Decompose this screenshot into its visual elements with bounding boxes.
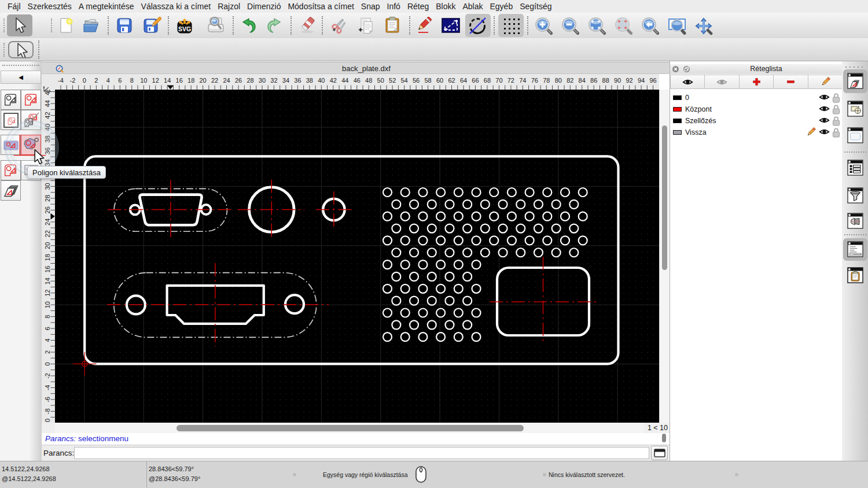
svg-text:30: 30 bbox=[259, 77, 266, 84]
svg-text:24: 24 bbox=[44, 219, 51, 225]
svg-text:-8: -8 bbox=[44, 408, 51, 414]
svg-text:94: 94 bbox=[638, 77, 645, 84]
svg-text:32: 32 bbox=[270, 77, 277, 84]
svg-text:0: 0 bbox=[44, 362, 51, 365]
svg-text:20: 20 bbox=[44, 242, 51, 249]
svg-text:88: 88 bbox=[602, 77, 609, 84]
svg-text:2: 2 bbox=[44, 350, 51, 354]
svg-text:28: 28 bbox=[44, 195, 51, 202]
svg-text:8: 8 bbox=[44, 315, 51, 319]
svg-text:74: 74 bbox=[519, 77, 526, 84]
svg-text:64: 64 bbox=[460, 77, 467, 84]
svg-text:42: 42 bbox=[330, 77, 337, 84]
svg-text:40: 40 bbox=[318, 77, 325, 84]
svg-text:84: 84 bbox=[579, 77, 586, 84]
svg-text:-4: -4 bbox=[44, 385, 51, 391]
svg-text:92: 92 bbox=[626, 77, 632, 84]
svg-text:58: 58 bbox=[424, 77, 431, 84]
svg-text:38: 38 bbox=[306, 77, 313, 84]
svg-text:22: 22 bbox=[211, 77, 218, 84]
svg-text:68: 68 bbox=[484, 77, 491, 84]
svg-text:2: 2 bbox=[94, 77, 98, 84]
svg-text:20: 20 bbox=[199, 77, 206, 84]
svg-text:18: 18 bbox=[44, 254, 51, 261]
svg-text:4: 4 bbox=[106, 77, 110, 84]
svg-text:10: 10 bbox=[140, 77, 147, 84]
svg-text:SVG: SVG bbox=[178, 25, 191, 32]
svg-text:-6: -6 bbox=[44, 397, 51, 402]
svg-text:70: 70 bbox=[495, 77, 502, 84]
svg-text:80: 80 bbox=[555, 77, 562, 84]
svg-text:36: 36 bbox=[294, 77, 301, 84]
svg-text:24: 24 bbox=[223, 77, 230, 84]
svg-text:12: 12 bbox=[152, 77, 159, 84]
svg-text:60: 60 bbox=[436, 77, 443, 84]
svg-text:72: 72 bbox=[507, 77, 514, 84]
svg-text:4: 4 bbox=[44, 338, 51, 342]
svg-text:10: 10 bbox=[44, 301, 51, 308]
svg-text:42: 42 bbox=[44, 112, 51, 119]
svg-text:52: 52 bbox=[389, 77, 396, 84]
svg-text:6: 6 bbox=[118, 77, 122, 84]
svg-text:28: 28 bbox=[247, 77, 253, 84]
svg-text:82: 82 bbox=[567, 77, 573, 84]
svg-text:-4: -4 bbox=[58, 77, 64, 84]
svg-text:-2: -2 bbox=[44, 373, 51, 379]
svg-text:14: 14 bbox=[44, 278, 51, 284]
svg-text:56: 56 bbox=[413, 77, 420, 84]
svg-text:22: 22 bbox=[44, 230, 51, 237]
svg-text:26: 26 bbox=[44, 206, 51, 213]
svg-text:8: 8 bbox=[130, 77, 134, 84]
svg-text:14: 14 bbox=[164, 77, 171, 84]
svg-text:30: 30 bbox=[44, 183, 51, 190]
svg-text:C: command: C: command bbox=[850, 253, 861, 256]
svg-text:12: 12 bbox=[44, 290, 51, 297]
svg-text:-2: -2 bbox=[70, 77, 76, 84]
svg-text:-10: -10 bbox=[44, 419, 51, 423]
svg-text:90: 90 bbox=[614, 77, 621, 84]
svg-text:96: 96 bbox=[649, 77, 656, 84]
svg-text:44: 44 bbox=[341, 77, 348, 84]
svg-text:16: 16 bbox=[44, 266, 51, 273]
svg-text:48: 48 bbox=[365, 77, 372, 84]
svg-text:50: 50 bbox=[377, 77, 384, 84]
svg-text:34: 34 bbox=[282, 77, 289, 84]
svg-text:78: 78 bbox=[543, 77, 550, 84]
svg-text:0: 0 bbox=[83, 77, 86, 84]
svg-text:86: 86 bbox=[590, 77, 597, 84]
svg-text:66: 66 bbox=[472, 77, 479, 84]
svg-text:76: 76 bbox=[531, 77, 538, 84]
svg-text:44: 44 bbox=[44, 100, 51, 107]
svg-text:62: 62 bbox=[448, 77, 455, 84]
svg-text:54: 54 bbox=[401, 77, 408, 84]
svg-text:46: 46 bbox=[354, 77, 361, 84]
svg-text:16: 16 bbox=[176, 77, 183, 84]
svg-text:6: 6 bbox=[44, 327, 51, 330]
svg-text:26: 26 bbox=[235, 77, 242, 84]
svg-text:18: 18 bbox=[187, 77, 194, 84]
